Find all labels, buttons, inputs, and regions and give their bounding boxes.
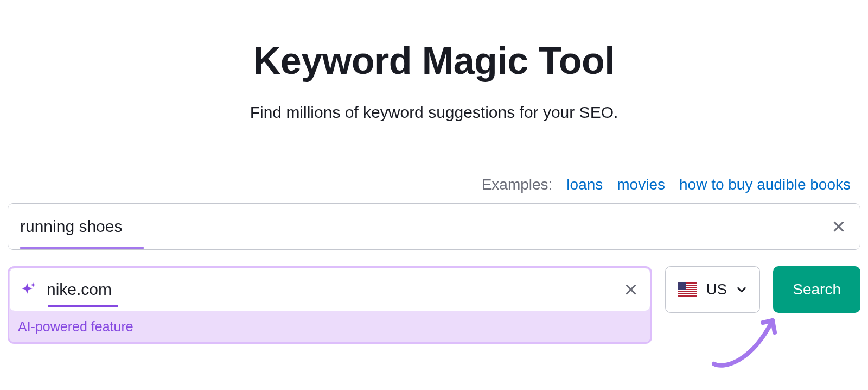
- country-selector[interactable]: US: [665, 266, 760, 313]
- examples-label: Examples:: [482, 176, 553, 193]
- page-subtitle: Find millions of keyword suggestions for…: [8, 103, 860, 122]
- keyword-input[interactable]: [20, 217, 831, 236]
- chevron-down-icon: [736, 284, 748, 295]
- close-icon: [624, 282, 638, 297]
- search-button[interactable]: Search: [773, 266, 860, 313]
- clear-keyword-button[interactable]: [831, 218, 847, 235]
- keyword-input-container[interactable]: [8, 203, 860, 250]
- country-label: US: [706, 281, 727, 298]
- domain-input-container[interactable]: [9, 268, 650, 311]
- keyword-highlight-underline: [20, 247, 144, 249]
- us-flag-icon: [678, 282, 697, 297]
- example-link-loans[interactable]: loans: [566, 176, 603, 193]
- example-link-movies[interactable]: movies: [617, 176, 665, 193]
- examples-row: Examples: loans movies how to buy audibl…: [8, 176, 860, 193]
- ai-feature-label: AI-powered feature: [18, 319, 650, 335]
- close-icon: [832, 219, 846, 234]
- page-title: Keyword Magic Tool: [8, 39, 860, 83]
- example-link-audible[interactable]: how to buy audible books: [679, 176, 851, 193]
- domain-highlight-underline: [48, 305, 118, 307]
- sparkle-icon: [20, 281, 37, 298]
- domain-input[interactable]: [47, 280, 623, 299]
- domain-ai-block: AI-powered feature: [8, 266, 652, 344]
- clear-domain-button[interactable]: [623, 281, 639, 298]
